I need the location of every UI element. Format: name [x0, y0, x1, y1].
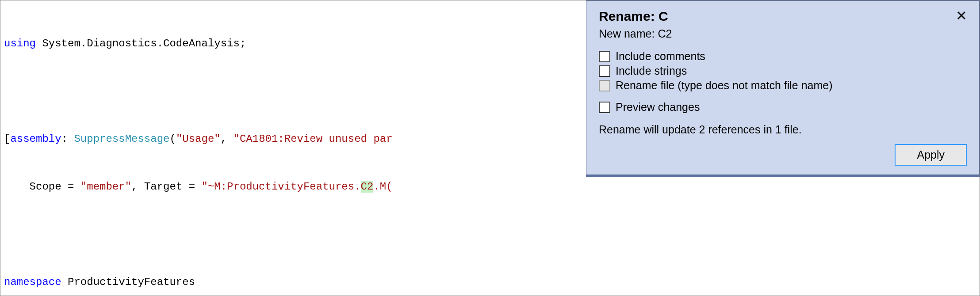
checkbox-icon[interactable]	[599, 102, 610, 113]
checkbox-group: Include comments Include strings Rename …	[599, 50, 967, 92]
checkbox-include-comments[interactable]: Include comments	[599, 50, 967, 63]
code-line-empty[interactable]	[4, 227, 980, 243]
bracket: [	[4, 133, 10, 145]
code-text: , Target =	[131, 181, 201, 193]
close-icon[interactable]	[956, 10, 967, 23]
rename-title: Rename: C	[599, 9, 668, 24]
checkbox-icon-disabled	[599, 80, 610, 91]
checkbox-label: Include comments	[616, 50, 705, 63]
rename-status: Rename will update 2 references in 1 fil…	[599, 123, 967, 136]
apply-button[interactable]: Apply	[895, 144, 967, 166]
namespace-name: ProductivityFeatures	[61, 276, 195, 288]
string-literal: "member"	[80, 181, 131, 193]
code-text: System.Diagnostics.CodeAnalysis;	[36, 38, 246, 49]
type-name: SuppressMessage	[74, 133, 169, 145]
button-row: Apply	[599, 144, 967, 166]
keyword-using: using	[4, 38, 36, 49]
string-literal: "Usage"	[176, 133, 221, 145]
code-line[interactable]: namespace ProductivityFeatures	[4, 274, 980, 290]
comma: ,	[221, 133, 234, 145]
code-text: Scope =	[4, 181, 80, 193]
checkbox-icon[interactable]	[599, 65, 610, 77]
checkbox-rename-file: Rename file (type does not match file na…	[599, 79, 967, 92]
checkbox-label: Preview changes	[616, 101, 700, 114]
rename-header: Rename: C	[599, 9, 967, 24]
code-line[interactable]: Scope = "member", Target = "~M:Productiv…	[4, 179, 980, 195]
checkbox-icon[interactable]	[599, 51, 610, 62]
string-literal: .M(	[373, 181, 392, 193]
checkbox-label: Rename file (type does not match file na…	[616, 79, 833, 92]
paren: (	[169, 133, 176, 145]
rename-match: C2	[361, 181, 374, 193]
checkbox-include-strings[interactable]: Include strings	[599, 65, 967, 77]
code-text: :	[61, 133, 74, 145]
checkbox-label: Include strings	[616, 65, 687, 77]
keyword-assembly: assembly	[10, 133, 61, 145]
rename-panel: Rename: C New name: C2 Include comments …	[586, 0, 980, 177]
string-literal: "~M:ProductivityFeatures.	[201, 181, 360, 193]
keyword-namespace: namespace	[4, 276, 61, 288]
string-literal: "CA1801:Review unused par	[234, 133, 393, 145]
checkbox-preview-changes[interactable]: Preview changes	[599, 101, 967, 114]
new-name-label: New name: C2	[599, 27, 967, 40]
